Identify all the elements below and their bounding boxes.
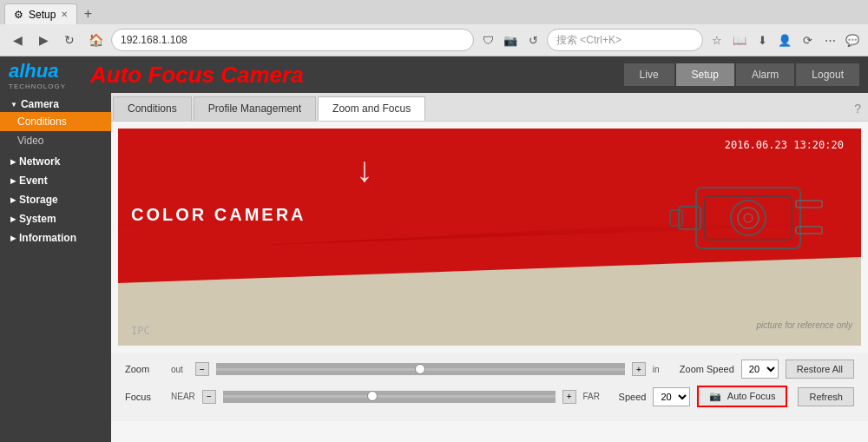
logo-subtitle: TECHNOLOGY (9, 82, 66, 90)
new-tab-button[interactable]: + (77, 3, 98, 24)
camera-section: COLOR CAMERA 2016.06.23 13:20:20 IPC pic… (111, 122, 868, 442)
sidebar-section-storage-label: Storage (19, 194, 58, 206)
screenshot-icon: 📷 (502, 31, 519, 49)
svg-rect-6 (670, 210, 682, 226)
header-buttons: Live Setup Alarm Logout (624, 63, 859, 86)
focus-near-label: NEAR (171, 392, 195, 401)
camera-illustration (644, 162, 835, 274)
history-icon[interactable]: ⟳ (799, 31, 816, 49)
event-arrow-icon: ▶ (10, 177, 16, 185)
arrow-down-icon: ↓ (356, 150, 373, 189)
sidebar-item-conditions[interactable]: Conditions (0, 112, 111, 131)
sidebar-section-information[interactable]: ▶ Information (0, 227, 111, 246)
sidebar-item-video-label: Video (17, 135, 43, 147)
forward-button[interactable]: ▶ (33, 30, 54, 50)
focus-control-row: Focus NEAR − + FAR Speed 20510152530 (125, 386, 854, 407)
help-icon[interactable]: ? (854, 102, 861, 115)
svg-point-3 (738, 208, 759, 228)
live-button[interactable]: Live (624, 63, 674, 86)
profile-icon[interactable]: 👤 (776, 31, 793, 49)
camera-reference-text: picture for reference only (756, 320, 852, 330)
svg-point-2 (731, 201, 766, 235)
sidebar-section-event[interactable]: ▶ Event (0, 169, 111, 188)
tab-zoom-and-focus[interactable]: Zoom and Focus (318, 96, 425, 121)
zoom-out-label: out (171, 365, 188, 374)
restore-all-button[interactable]: Restore All (786, 360, 854, 379)
logout-button[interactable]: Logout (796, 63, 859, 86)
zoom-in-label: in (653, 365, 666, 374)
tab-profile-management[interactable]: Profile Management (194, 96, 316, 121)
svg-rect-1 (705, 196, 792, 240)
sidebar-item-video[interactable]: Video (0, 131, 111, 150)
focus-increase-button[interactable]: + (562, 390, 576, 404)
search-bar[interactable]: 搜索 <Ctrl+K> (547, 29, 703, 51)
system-arrow-icon: ▶ (10, 215, 16, 223)
sidebar-section-system-label: System (19, 213, 56, 225)
back-button[interactable]: ◀ (7, 30, 28, 50)
camera-timestamp: 2016.06.23 13:20:20 (725, 139, 844, 151)
zoom-speed-select[interactable]: 20510152530 (741, 360, 779, 379)
sidebar-section-information-label: Information (19, 232, 76, 244)
storage-arrow-icon: ▶ (10, 196, 16, 204)
camera-af-icon: 📷 (709, 391, 721, 401)
setup-button[interactable]: Setup (676, 63, 734, 86)
tab-favicon: ⚙ (14, 9, 23, 21)
shield-icon: 🛡 (479, 31, 496, 49)
camera-arrow-icon: ▼ (10, 101, 17, 109)
search-placeholder: 搜索 <Ctrl+K> (556, 33, 621, 48)
zoom-control-row: Zoom out − + in Zoom Speed 20510152530 (125, 360, 854, 379)
auto-focus-button[interactable]: 📷 Auto Focus (697, 386, 787, 407)
tab-title: Setup (29, 9, 56, 21)
sidebar-section-network[interactable]: ▶ Network (0, 150, 111, 169)
information-arrow-icon: ▶ (10, 234, 16, 242)
content-area: Conditions Profile Management Zoom and F… (111, 93, 868, 442)
tab-conditions[interactable]: Conditions (113, 96, 192, 121)
chat-icon[interactable]: 💬 (844, 31, 861, 49)
sidebar-section-system[interactable]: ▶ System (0, 208, 111, 227)
zoom-label: Zoom (125, 364, 164, 374)
controls-section: Zoom out − + in Zoom Speed 20510152530 (111, 353, 868, 421)
sidebar-section-storage[interactable]: ▶ Storage (0, 188, 111, 208)
focus-label: Focus (125, 392, 164, 402)
logo: alhua (9, 60, 58, 82)
address-bar[interactable]: 192.168.1.108 (111, 29, 474, 51)
focus-speed-label: Speed (619, 392, 647, 402)
star-icon[interactable]: ☆ (708, 31, 726, 49)
tab-close-btn[interactable]: ✕ (61, 10, 68, 19)
svg-point-4 (744, 214, 753, 222)
zoom-increase-button[interactable]: + (632, 362, 646, 376)
focus-speed-select[interactable]: 20510152530 (653, 387, 690, 406)
app-title: Auto Focus Camera (90, 62, 304, 89)
address-text: 192.168.1.108 (121, 34, 464, 46)
more-icon[interactable]: ⋯ (821, 31, 838, 49)
focus-decrease-button[interactable]: − (202, 390, 216, 404)
refresh-button[interactable]: Refresh (798, 387, 854, 406)
logo-area: alhua TECHNOLOGY Auto Focus Camera (9, 60, 304, 90)
zoom-speed-label: Zoom Speed (680, 364, 734, 374)
network-arrow-icon: ▶ (10, 158, 16, 166)
refresh-nav-button[interactable]: ↻ (59, 30, 80, 50)
sidebar-section-event-label: Event (19, 175, 48, 187)
download-icon[interactable]: ⬇ (753, 31, 771, 49)
camera-brand-text: COLOR CAMERA (131, 205, 306, 225)
sidebar-section-camera-label: Camera (21, 98, 59, 110)
zoom-decrease-button[interactable]: − (195, 362, 209, 376)
alarm-button[interactable]: Alarm (736, 63, 794, 86)
browser-tab[interactable]: ⚙ Setup ✕ (4, 3, 77, 24)
sidebar-section-network-label: Network (19, 155, 60, 168)
camera-view: COLOR CAMERA 2016.06.23 13:20:20 IPC pic… (118, 129, 861, 346)
home-button[interactable]: 🏠 (85, 30, 106, 50)
reload-icon: ↺ (524, 31, 542, 49)
sidebar: ▼ Camera Conditions Video ▶ Network ▶ Ev… (0, 93, 111, 442)
bookmark-icon[interactable]: 📖 (731, 31, 748, 49)
camera-ipc-label: IPC (131, 325, 150, 337)
tabs-row: Conditions Profile Management Zoom and F… (111, 93, 868, 122)
sidebar-section-camera[interactable]: ▼ Camera (0, 93, 111, 112)
focus-far-label: FAR (583, 392, 605, 401)
